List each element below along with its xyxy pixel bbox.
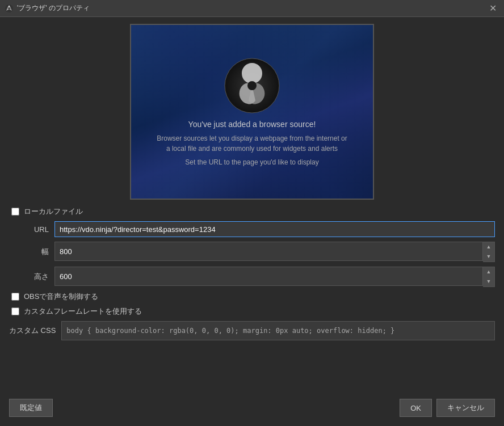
title-bar-left: 'ブラウザ' のプロパティ [5, 3, 90, 13]
url-row: URL [9, 221, 495, 237]
custom-framerate-label[interactable]: カスタムフレームレートを使用する [24, 306, 142, 317]
custom-framerate-row: カスタムフレームレートを使用する [9, 306, 495, 317]
width-input[interactable] [54, 242, 483, 261]
width-row: 幅 ▲ ▼ [9, 242, 495, 262]
browser-preview-container: You've just added a browser source! Brow… [9, 24, 495, 200]
custom-css-label: カスタム CSS [9, 326, 56, 336]
width-down-button[interactable]: ▼ [483, 252, 494, 261]
height-input[interactable] [54, 267, 483, 286]
width-spinner: ▲ ▼ [483, 242, 495, 262]
height-row: 高さ ▲ ▼ [9, 267, 495, 287]
width-input-wrap: ▲ ▼ [54, 242, 495, 262]
height-spinner: ▲ ▼ [483, 267, 495, 287]
close-button[interactable]: ✕ [486, 2, 499, 15]
preview-box: You've just added a browser source! Brow… [130, 24, 374, 200]
preview-text: You've just added a browser source! Brow… [157, 120, 347, 166]
width-up-button[interactable]: ▲ [483, 242, 494, 252]
default-button[interactable]: 既定値 [9, 399, 53, 417]
obs-logo [224, 57, 280, 114]
title-bar: 'ブラウザ' のプロパティ ✕ [0, 0, 504, 17]
width-label: 幅 [9, 247, 49, 257]
custom-css-input[interactable] [61, 321, 495, 340]
preview-url-message: Set the URL to the page you'd like to di… [157, 158, 347, 166]
custom-css-row: カスタム CSS [9, 321, 495, 340]
svg-point-2 [247, 81, 257, 90]
url-input-wrap [54, 221, 495, 237]
obs-icon-small [5, 4, 14, 13]
preview-sub-message: Browser sources let you display a webpag… [157, 133, 347, 154]
cancel-button[interactable]: キャンセル [436, 399, 495, 417]
custom-framerate-checkbox[interactable] [11, 307, 19, 315]
obs-audio-row: OBSで音声を制御する [9, 292, 495, 302]
url-input[interactable] [54, 221, 495, 237]
height-down-button[interactable]: ▼ [483, 277, 494, 286]
height-up-button[interactable]: ▲ [483, 267, 494, 277]
local-file-label[interactable]: ローカルファイル [24, 206, 83, 217]
local-file-checkbox[interactable] [11, 208, 19, 216]
local-file-row: ローカルファイル [9, 206, 495, 217]
obs-audio-label[interactable]: OBSで音声を制御する [24, 292, 98, 302]
height-input-wrap: ▲ ▼ [54, 267, 495, 287]
url-label: URL [9, 225, 49, 234]
bottom-bar: 既定値 OK キャンセル [9, 394, 495, 419]
form-section: ローカルファイル URL 幅 ▲ ▼ 高さ [9, 206, 495, 340]
obs-audio-checkbox[interactable] [11, 293, 19, 301]
height-label: 高さ [9, 272, 49, 282]
main-content: You've just added a browser source! Brow… [0, 17, 504, 426]
ok-button[interactable]: OK [400, 399, 432, 417]
window-title: 'ブラウザ' のプロパティ [17, 3, 90, 13]
preview-main-message: You've just added a browser source! [157, 120, 347, 129]
custom-css-input-wrap [61, 321, 495, 340]
ok-cancel-group: OK キャンセル [400, 399, 495, 417]
